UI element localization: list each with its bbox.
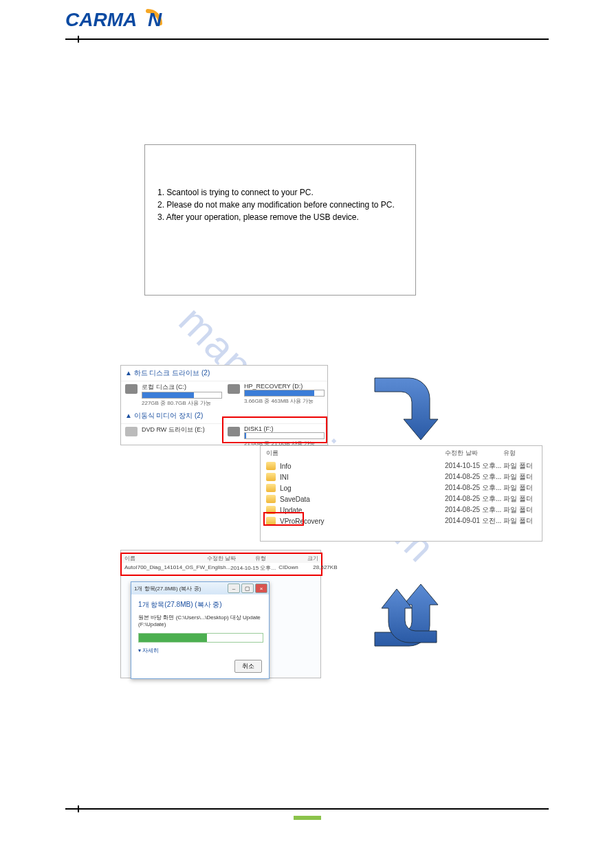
drive-c-sub: 227GB 중 80.7GB 사용 가능	[142, 399, 221, 407]
hdd-icon	[228, 384, 240, 394]
folder-row[interactable]: Log2014-08-25 오후...파일 폴더	[261, 482, 542, 493]
brand-logo: CARMA N	[65, 5, 549, 33]
folder-name: INI	[280, 474, 445, 481]
folder-type: 파일 폴더	[503, 483, 536, 493]
copy-heading: 1개 항목(27.8MB) (복사 중)	[138, 600, 262, 610]
folder-type: 파일 폴더	[503, 461, 536, 471]
folder-type: 파일 폴더	[503, 505, 536, 515]
drive-c[interactable]: 로컬 디스크 (C:) 227GB 중 80.7GB 사용 가능	[125, 383, 221, 407]
dialog-line-3: 3. After your operation, please remove t…	[157, 211, 403, 223]
folder-date: 2014-08-25 오후...	[445, 472, 503, 482]
col-size[interactable]: 크기	[289, 555, 318, 562]
copy-progress-dialog: 1개 항목(27.8MB) (복사 중) – ▢ × 1개 항목(27.8MB)…	[131, 581, 270, 679]
header-rule	[65, 38, 549, 40]
drive-c-name: 로컬 디스크 (C:)	[142, 383, 221, 392]
file-row[interactable]: AutoI700_Diag_141014_OS_FW_English... 20…	[122, 563, 321, 573]
drive-e[interactable]: DVD RW 드라이브 (E:)	[125, 425, 221, 447]
file-list-panel: 이름 수정한 날짜 유형 크기 AutoI700_Diag_141014_OS_…	[120, 553, 322, 576]
folder-row[interactable]: INI2014-08-25 오후...파일 폴더	[261, 471, 542, 482]
file-name: AutoI700_Diag_141014_OS_FW_English...	[124, 564, 230, 572]
folder-type: 파일 폴더	[503, 516, 536, 526]
maximize-button[interactable]: ▢	[241, 583, 254, 593]
folder-icon	[266, 473, 276, 481]
svg-text:CARMA: CARMA	[65, 9, 137, 30]
drive-d-name: HP_RECOVERY (D:)	[244, 383, 323, 390]
folder-date: 2014-10-15 오후...	[445, 461, 503, 471]
col-type[interactable]: 유형	[255, 555, 289, 562]
folder-row[interactable]: Info2014-10-15 오후...파일 폴더	[261, 460, 542, 471]
folder-date: 2014-08-25 오후...	[445, 483, 503, 493]
col-name[interactable]: 이름	[124, 555, 207, 562]
page-indicator	[294, 816, 321, 820]
drive-d-sub: 3.66GB 중 463MB 사용 가능	[244, 397, 323, 405]
folder-row[interactable]: SaveData2014-08-25 오후...파일 폴더	[261, 493, 542, 504]
folder-icon	[266, 462, 276, 470]
drive-e-name: DVD RW 드라이브 (E:)	[142, 425, 221, 434]
col-date[interactable]: 수정한 날짜	[207, 555, 255, 562]
copy-path: 원본 바탕 화면 (C:\Users\...\Desktop) 대상 Updat…	[138, 614, 262, 627]
svg-text:N: N	[148, 9, 162, 30]
cancel-button[interactable]: 취소	[234, 660, 262, 673]
folder-name: Log	[280, 485, 445, 492]
folder-name: Info	[280, 463, 445, 470]
footer-rule	[65, 808, 549, 810]
folder-name: SaveData	[280, 496, 445, 503]
folder-icon	[266, 484, 276, 492]
drive-c-fill	[142, 392, 194, 398]
close-button[interactable]: ×	[255, 583, 267, 593]
folder-date: 2014-09-01 오전...	[445, 516, 503, 526]
folder-icon	[266, 495, 276, 503]
folder-list-panel: 이름 수정한 날짜 유형 Info2014-10-15 오후...파일 폴더IN…	[260, 445, 542, 542]
folder-type: 파일 폴더	[503, 472, 536, 482]
scantool-dialog: 1. Scantool is trying to connect to your…	[144, 144, 416, 296]
arrow-right-down-icon	[371, 371, 440, 449]
dvd-icon	[125, 427, 138, 436]
folder-name: VProRecovery	[280, 518, 445, 525]
dialog-titlebar[interactable]: 1개 항목(27.8MB) (복사 중) – ▢ ×	[131, 582, 269, 594]
highlight-disk1	[222, 416, 327, 443]
dialog-line-2: 2. Please do not make any modification b…	[157, 199, 403, 211]
drive-d-fill	[245, 390, 314, 396]
file-type: CIDown	[278, 564, 313, 572]
drive-d[interactable]: HP_RECOVERY (D:) 3.66GB 중 463MB 사용 가능	[228, 383, 323, 407]
progress-bar	[138, 633, 263, 643]
details-toggle[interactable]: ▾ 자세히	[138, 647, 262, 654]
drives-panel: ▲ 하드 디스크 드라이브 (2) 로컬 디스크 (C:) 227GB 중 80…	[120, 365, 328, 445]
dialog-line-1: 1. Scantool is trying to connect to your…	[157, 186, 403, 199]
col-type[interactable]: 유형	[503, 449, 536, 458]
minimize-button[interactable]: –	[228, 583, 240, 593]
col-date[interactable]: 수정한 날짜	[445, 449, 503, 458]
progress-fill	[139, 634, 207, 642]
col-name[interactable]: 이름	[266, 449, 445, 458]
folder-name: Update	[280, 507, 445, 514]
folder-date: 2014-08-25 오후...	[445, 494, 503, 504]
folder-type: 파일 폴더	[503, 494, 536, 504]
arrow-left-up-icon	[371, 577, 440, 655]
folder-date: 2014-08-25 오후...	[445, 505, 503, 515]
highlight-update-folder	[263, 512, 304, 526]
dialog-title: 1개 항목(27.8MB) (복사 중)	[134, 585, 201, 592]
file-size: 28,527KB	[313, 564, 337, 572]
file-date: 2014-10-15 오후...	[230, 564, 278, 572]
section-hdd: ▲ 하드 디스크 드라이브 (2)	[121, 366, 327, 381]
hdd-icon	[125, 384, 138, 394]
